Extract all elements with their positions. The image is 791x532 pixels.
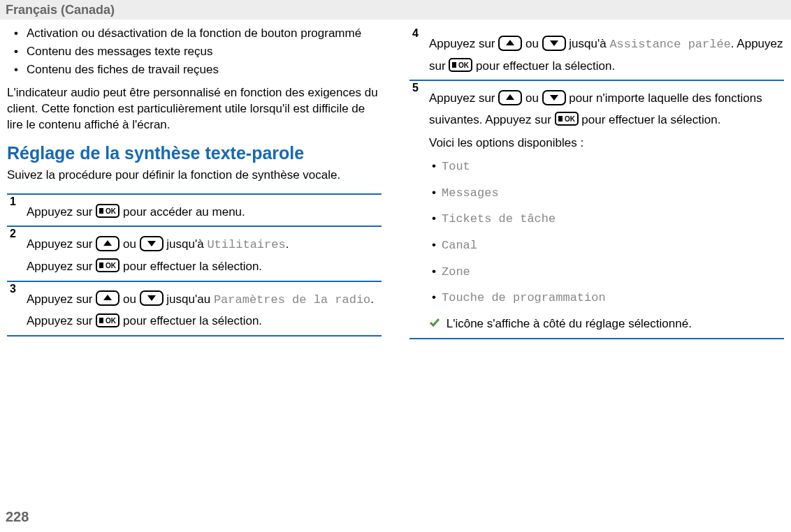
step-text: pour accéder au menu. [123,205,245,219]
intro-paragraph: L'indicateur audio peut être personnalis… [7,85,382,133]
step-text: ou [123,293,140,306]
svg-text:OK: OK [106,262,117,269]
option-label: Zone [442,265,470,279]
step-text: ou [123,237,140,251]
list-item: Zone [442,261,784,283]
header-bar: Français (Canada) [0,0,791,20]
steps-left: 1 Appuyez sur OK pour accéder au menu. 2… [7,193,382,337]
step-text: Appuyez sur [27,260,96,273]
ok-icon: OK [96,204,119,218]
step-text: Appuyez sur [27,293,96,306]
step-number: 5 [412,78,419,98]
option-label: Messages [442,186,499,200]
step-text: pour effectuer la sélection. [123,314,262,327]
svg-text:OK: OK [458,61,470,69]
menu-target: Assistance parlée [609,38,730,51]
down-icon [542,36,566,51]
up-icon [96,290,119,306]
step-text: jusqu'à [166,237,207,251]
step-2: 2 Appuyez sur ou jusqu'à Utilitaires. Ap… [7,226,382,280]
step-text: jusqu'à [569,37,609,50]
left-column: Activation ou désactivation de la foncti… [7,27,382,339]
svg-rect-15 [99,318,103,323]
ok-icon: OK [96,313,119,327]
option-label: Tout [442,160,470,173]
header-language: Français (Canada) [6,3,115,17]
option-label: Touche de programmation [442,291,606,304]
svg-text:OK: OK [106,317,117,325]
list-item: Activation ou désactivation de la foncti… [27,27,382,40]
columns: Activation ou désactivation de la foncti… [0,20,791,339]
list-item: Tickets de tâche [442,208,784,230]
svg-text:OK: OK [106,207,117,215]
step-text: Appuyez sur [27,205,96,219]
list-item: Contenu des messages texte reçus [27,45,382,59]
step-5: 5 Appuyez sur ou pour n'importe laquelle… [409,80,784,339]
section-intro: Suivez la procédure pour définir la fonc… [7,168,382,184]
svg-rect-8 [99,263,103,268]
step-number: 2 [10,224,16,244]
step-text: Appuyez sur [27,237,96,251]
step-4: 4 Appuyez sur ou jusqu'à Assistance parl… [409,27,784,80]
ok-icon: OK [96,258,119,272]
step-text: pour effectuer la sélection. [581,113,720,126]
up-icon [498,36,522,51]
step-text: pour effectuer la sélection. [123,260,262,273]
ok-icon: OK [555,112,579,126]
down-icon [542,90,566,105]
list-item: Tout [442,156,784,178]
options-list: Tout Messages Tickets de tâche Canal Zon… [429,156,784,309]
up-icon [96,236,119,251]
up-icon [498,90,522,105]
down-icon [140,236,164,251]
list-item: Canal [442,235,784,257]
step-number: 1 [10,192,16,212]
page-number: 228 [6,509,29,525]
menu-target: Paramètres de la radio [214,293,370,306]
step-text: ou [525,37,542,50]
intro-bullets: Activation ou désactivation de la foncti… [7,27,382,77]
step-text: Appuyez sur [429,91,498,105]
svg-rect-1 [99,208,103,214]
step-text: jusqu'au [166,293,214,306]
ok-icon: OK [449,58,472,72]
page: Français (Canada) Activation ou désactiv… [0,0,791,532]
step-text: Appuyez sur [429,37,498,50]
step-text: ou [525,91,542,105]
right-column: 4 Appuyez sur ou jusqu'à Assistance parl… [409,27,784,339]
down-icon [140,290,164,306]
options-intro: Voici les options disponibles : [429,135,784,152]
steps-right: 4 Appuyez sur ou jusqu'à Assistance parl… [409,27,784,339]
list-item: Messages [442,182,784,205]
check-icon [429,312,443,334]
option-label: Canal [442,239,477,252]
step-3: 3 Appuyez sur ou jusqu'au Paramètres de … [7,281,382,337]
menu-target: Utilitaires [207,238,285,251]
svg-rect-29 [558,116,563,121]
step-1: 1 Appuyez sur OK pour accéder au menu. [7,193,382,226]
result-line: L'icône s'affiche à côté du réglage séle… [429,313,784,335]
step-number: 3 [10,279,16,300]
svg-text:OK: OK [565,115,576,123]
section-title: Réglage de la synthèse texte-parole [7,143,382,163]
step-text: pour effectuer la sélection. [476,59,615,73]
list-item: Touche de programmation [442,287,784,309]
step-text: . [286,237,289,251]
step-number: 4 [412,24,419,44]
svg-rect-22 [452,62,456,68]
result-text: L'icône s'affiche à côté du réglage séle… [443,317,692,330]
list-item: Contenu des fiches de travail reçues [27,63,382,77]
option-label: Tickets de tâche [442,212,556,226]
